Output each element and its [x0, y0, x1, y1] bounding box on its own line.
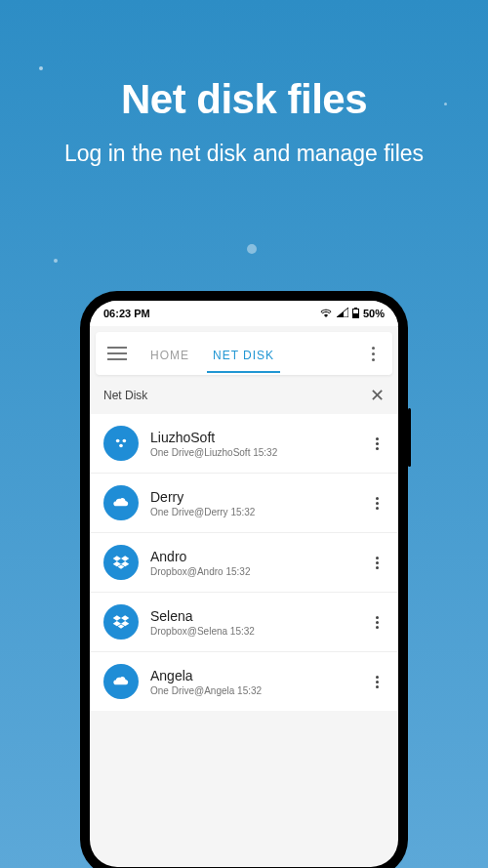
account-list: LiuzhoSoftOne Drive@LiuzhoSoft 15:32Derr…	[90, 414, 398, 711]
decor-dot	[39, 66, 43, 70]
item-title: Andro	[150, 549, 357, 564]
item-more-icon[interactable]	[369, 557, 385, 569]
list-item[interactable]: AndroDropbox@Andro 15:32	[90, 533, 398, 593]
list-item[interactable]: AngelaOne Drive@Angela 15:32	[90, 652, 398, 711]
svg-point-3	[116, 439, 120, 443]
item-more-icon[interactable]	[369, 437, 385, 450]
item-subtitle: One Drive@LiuzhoSoft 15:32	[150, 447, 357, 458]
tabs: HOME NET DISK	[139, 335, 361, 373]
tab-home[interactable]: HOME	[139, 335, 201, 373]
battery-text: 50%	[363, 308, 385, 319]
decor-dot	[54, 259, 58, 263]
phone-screen: 06:23 PM 50% HOME NET DISK	[90, 301, 398, 867]
menu-icon[interactable]	[107, 347, 127, 360]
list-item[interactable]: DerryOne Drive@Derry 15:32	[90, 474, 398, 533]
tab-net-disk[interactable]: NET DISK	[201, 335, 286, 373]
top-bar: HOME NET DISK	[96, 332, 392, 375]
battery-icon	[352, 308, 359, 320]
svg-rect-1	[354, 308, 357, 310]
item-more-icon[interactable]	[369, 676, 385, 688]
item-title: Selena	[150, 608, 357, 624]
section-header: Net Disk ✕	[90, 375, 398, 414]
status-bar: 06:23 PM 50%	[90, 301, 398, 326]
decor-dot	[444, 103, 447, 105]
baidu-icon	[103, 426, 139, 461]
decor-dot	[247, 244, 257, 254]
item-title: LiuzhoSoft	[150, 430, 357, 445]
item-subtitle: One Drive@Derry 15:32	[150, 507, 357, 517]
item-title: Derry	[150, 489, 357, 505]
item-text: SelenaDropbox@Selena 15:32	[150, 608, 357, 637]
item-text: AngelaOne Drive@Angela 15:32	[150, 668, 357, 696]
wifi-icon	[319, 308, 333, 319]
section-title: Net Disk	[103, 389, 147, 402]
svg-rect-2	[353, 313, 358, 317]
hero: Net disk files Log in the net disk and m…	[0, 0, 488, 167]
svg-point-4	[123, 439, 127, 443]
dropbox-icon	[103, 545, 139, 580]
item-more-icon[interactable]	[369, 616, 385, 629]
signal-icon	[337, 308, 348, 319]
item-subtitle: Dropbox@Selena 15:32	[150, 626, 357, 637]
item-text: AndroDropbox@Andro 15:32	[150, 549, 357, 577]
item-title: Angela	[150, 668, 357, 683]
hero-subtitle: Log in the net disk and manage files	[0, 141, 488, 167]
status-icons: 50%	[319, 308, 385, 320]
svg-point-5	[119, 444, 123, 448]
item-subtitle: One Drive@Angela 15:32	[150, 685, 357, 696]
item-text: DerryOne Drive@Derry 15:32	[150, 489, 357, 517]
phone-frame: 06:23 PM 50% HOME NET DISK	[80, 291, 408, 868]
item-subtitle: Dropbox@Andro 15:32	[150, 566, 357, 577]
list-item[interactable]: LiuzhoSoftOne Drive@LiuzhoSoft 15:32	[90, 414, 398, 474]
hero-title: Net disk files	[0, 76, 488, 123]
onedrive-icon	[103, 664, 139, 699]
list-item[interactable]: SelenaDropbox@Selena 15:32	[90, 593, 398, 652]
item-more-icon[interactable]	[369, 497, 385, 510]
dropbox-icon	[103, 604, 139, 640]
status-time: 06:23 PM	[103, 308, 150, 319]
more-icon[interactable]	[361, 347, 385, 361]
item-text: LiuzhoSoftOne Drive@LiuzhoSoft 15:32	[150, 430, 357, 458]
close-icon[interactable]: ✕	[370, 387, 385, 404]
onedrive-icon	[103, 485, 139, 520]
